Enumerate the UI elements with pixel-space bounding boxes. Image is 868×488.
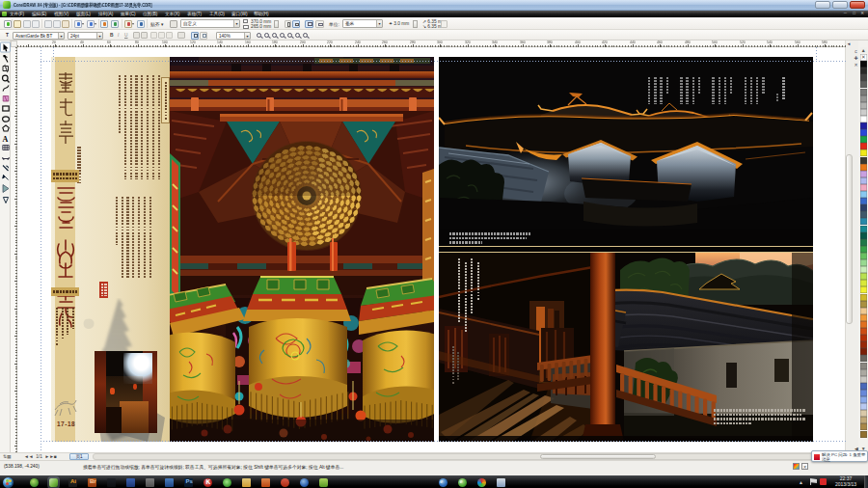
svg-text:A: A bbox=[3, 135, 9, 144]
